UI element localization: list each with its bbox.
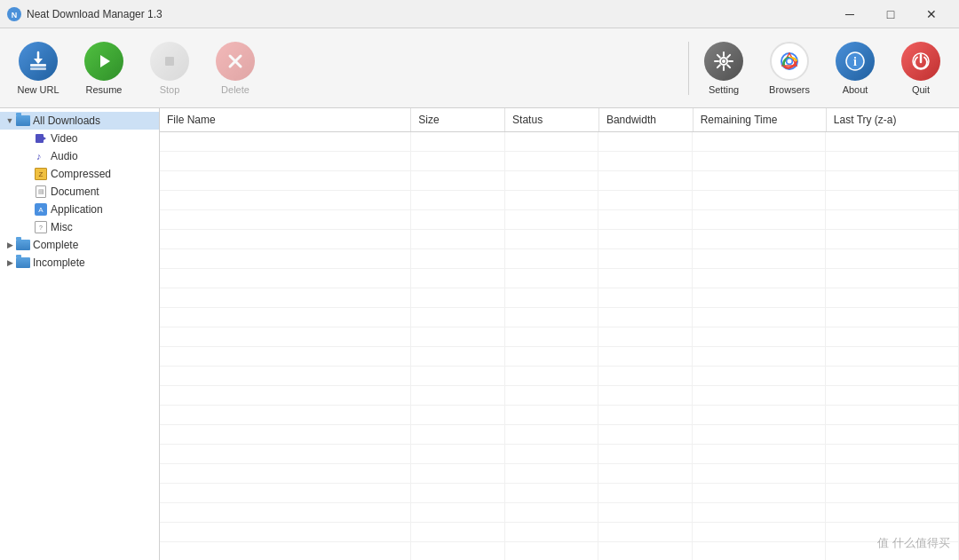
- sidebar-item-incomplete[interactable]: ▶ Incomplete: [0, 254, 159, 272]
- svg-point-12: [722, 59, 725, 63]
- table-cell: [411, 210, 505, 229]
- quit-button[interactable]: Quit: [890, 35, 952, 102]
- incomplete-label: Incomplete: [33, 256, 85, 269]
- expand-complete[interactable]: ▶: [4, 239, 16, 251]
- table-cell: [693, 503, 826, 522]
- table-cell: [826, 503, 959, 522]
- table-row[interactable]: [160, 464, 959, 484]
- table-cell: [411, 484, 505, 502]
- table-row[interactable]: [160, 230, 959, 249]
- table-cell: [505, 367, 599, 385]
- sidebar-item-application[interactable]: A Application: [0, 201, 159, 218]
- table-row[interactable]: [160, 327, 959, 347]
- expand-all-downloads[interactable]: ▼: [4, 114, 16, 127]
- table-row[interactable]: [160, 542, 959, 560]
- table-cell: [598, 191, 693, 209]
- table-cell: [160, 464, 411, 483]
- sidebar-item-document[interactable]: ▤ Document: [0, 183, 159, 201]
- table-cell: [598, 269, 693, 288]
- table-row[interactable]: [160, 367, 959, 386]
- table-cell: [598, 171, 693, 190]
- table-cell: [160, 210, 411, 229]
- table-row[interactable]: [160, 406, 959, 425]
- toolbar-right: Setting Browsers: [693, 35, 952, 102]
- table-row[interactable]: [160, 523, 959, 542]
- table-row[interactable]: [160, 484, 959, 503]
- table-cell: [598, 230, 693, 248]
- table-cell: [160, 347, 411, 366]
- sidebar-item-video[interactable]: Video: [0, 130, 159, 147]
- svg-rect-29: [36, 134, 44, 143]
- about-button[interactable]: i About: [824, 35, 886, 102]
- table-row[interactable]: [160, 152, 959, 171]
- table-cell: [160, 406, 411, 424]
- table-cell: [505, 484, 599, 502]
- table-cell: [505, 171, 599, 190]
- table-cell: [598, 484, 693, 502]
- table-cell: [693, 523, 826, 541]
- sidebar-item-compressed[interactable]: Z Compressed: [0, 165, 159, 183]
- resume-button[interactable]: Resume: [73, 35, 135, 102]
- maximize-button[interactable]: □: [870, 0, 911, 28]
- table-row[interactable]: [160, 347, 959, 367]
- table-row[interactable]: [160, 171, 959, 191]
- table-row[interactable]: [160, 386, 959, 406]
- table-cell: [826, 484, 959, 502]
- toolbar-separator: [688, 42, 689, 95]
- toolbar-left: New URL Resume Stop: [7, 35, 685, 102]
- table-row[interactable]: [160, 425, 959, 445]
- minimize-button[interactable]: ─: [829, 0, 870, 28]
- table-cell: [160, 367, 411, 385]
- expand-incomplete[interactable]: ▶: [4, 256, 16, 269]
- table-cell: [160, 132, 411, 151]
- table-cell: [693, 308, 826, 327]
- table-row[interactable]: [160, 269, 959, 288]
- sidebar-item-misc[interactable]: ? Misc: [0, 218, 159, 236]
- table-row[interactable]: [160, 445, 959, 464]
- header-remaining[interactable]: Remaining Time: [693, 108, 827, 131]
- table-cell: [160, 171, 411, 190]
- table-cell: [598, 152, 693, 170]
- browsers-button[interactable]: Browsers: [758, 35, 820, 102]
- sidebar-item-complete[interactable]: ▶ Complete: [0, 236, 159, 254]
- table-cell: [505, 327, 599, 346]
- header-size[interactable]: Size: [411, 108, 505, 131]
- all-downloads-label: All Downloads: [33, 114, 100, 127]
- table-cell: [598, 249, 693, 268]
- table-cell: [160, 152, 411, 170]
- table-cell: [505, 503, 599, 522]
- header-filename[interactable]: File Name: [160, 108, 411, 131]
- table-cell: [505, 210, 599, 229]
- stop-button[interactable]: Stop: [139, 35, 201, 102]
- sidebar-item-audio[interactable]: ♪ Audio: [0, 147, 159, 165]
- header-status[interactable]: Status: [505, 108, 599, 131]
- svg-marker-30: [44, 137, 46, 140]
- table-row[interactable]: [160, 210, 959, 230]
- table-row[interactable]: [160, 288, 959, 308]
- browsers-label: Browsers: [769, 84, 810, 95]
- table-cell: [598, 288, 693, 307]
- table-row[interactable]: [160, 503, 959, 523]
- sidebar-item-all-downloads[interactable]: ▼ All Downloads: [0, 112, 159, 130]
- delete-button[interactable]: Delete: [204, 35, 266, 102]
- table-cell: [826, 347, 959, 366]
- setting-button[interactable]: Setting: [693, 35, 755, 102]
- table-cell: [693, 288, 826, 307]
- table-row[interactable]: [160, 191, 959, 210]
- table-cell: [160, 386, 411, 405]
- table-cell: [693, 132, 826, 151]
- table-cell: [411, 269, 505, 288]
- table-cell: [411, 464, 505, 483]
- new-url-button[interactable]: New URL: [7, 35, 69, 102]
- table-row[interactable]: [160, 249, 959, 269]
- close-button[interactable]: ✕: [911, 0, 952, 28]
- svg-line-18: [727, 65, 730, 67]
- table-row[interactable]: [160, 308, 959, 327]
- table-body[interactable]: [160, 132, 959, 560]
- header-lasttry[interactable]: Last Try (z-a): [827, 108, 959, 131]
- table-row[interactable]: [160, 132, 959, 152]
- window-controls: ─ □ ✕: [829, 0, 952, 28]
- table-cell: [505, 523, 599, 541]
- table-cell: [826, 152, 959, 170]
- header-bandwidth[interactable]: Bandwidth: [599, 108, 693, 131]
